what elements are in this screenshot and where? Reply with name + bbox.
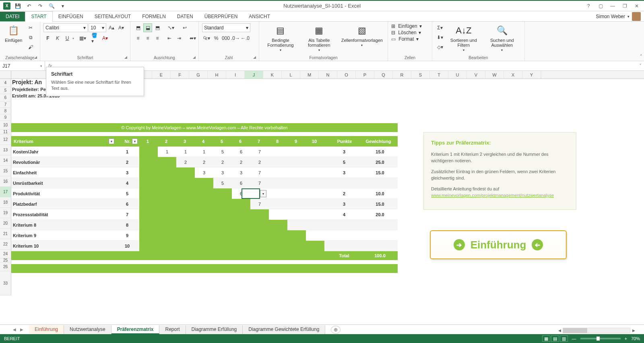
matrix-cell[interactable] (139, 209, 158, 220)
user-area[interactable]: Simon Weber ▾ (596, 12, 641, 21)
bold-button[interactable]: F (43, 34, 52, 43)
col-header-M[interactable]: M (300, 71, 319, 79)
row-header-11[interactable]: 11 (0, 130, 11, 134)
expand-formula-bar[interactable]: ˅ (637, 61, 644, 70)
row-header-33[interactable]: 33 (0, 271, 11, 295)
row-header-24[interactable]: 24 (0, 250, 11, 258)
matrix-cell[interactable] (195, 220, 213, 230)
matrix-cell[interactable] (269, 167, 287, 178)
matrix-cell[interactable] (139, 188, 158, 199)
col-header-X[interactable]: X (504, 71, 522, 79)
matrix-cell[interactable] (232, 220, 250, 230)
number-format-select[interactable]: Standard▾ (202, 23, 250, 32)
zoom-level[interactable]: 70% (631, 336, 640, 341)
matrix-cell[interactable] (269, 188, 287, 199)
sheet-tab-0[interactable]: Einführung (29, 325, 64, 334)
touch-mode-button[interactable]: 🔍 (47, 2, 56, 10)
fill-button[interactable]: ⬇▾ (436, 33, 444, 42)
sheet-tab-2[interactable]: Präferenzmatrix (111, 325, 160, 334)
matrix-cell[interactable] (250, 241, 269, 251)
increase-indent-button[interactable]: ⇥ (175, 34, 184, 43)
matrix-cell[interactable] (158, 178, 176, 188)
row-header-14[interactable]: 14 (0, 155, 11, 166)
matrix-cell[interactable] (287, 157, 306, 167)
matrix-cell[interactable] (287, 167, 306, 178)
matrix-cell[interactable] (306, 199, 324, 209)
italic-button[interactable]: K (53, 34, 62, 43)
copy-button[interactable]: ⧉ (26, 33, 35, 42)
matrix-cell[interactable]: 3 (232, 167, 250, 178)
matrix-cell[interactable] (250, 230, 269, 241)
tab-daten[interactable]: DATEN (171, 12, 199, 21)
matrix-cell[interactable] (158, 220, 176, 230)
matrix-cell[interactable] (232, 209, 250, 220)
align-middle-button[interactable]: ⬓ (143, 23, 152, 32)
matrix-cell[interactable]: 2 (232, 157, 250, 167)
redo-button[interactable]: ↷ (36, 2, 44, 10)
matrix-cell[interactable] (287, 199, 306, 209)
matrix-cell[interactable]: 1 (176, 147, 195, 157)
matrix-cell[interactable] (176, 241, 195, 251)
sheet-tab-3[interactable]: Report (159, 325, 186, 334)
col-header-L[interactable]: L (282, 71, 300, 79)
row-header-15[interactable]: 15 (0, 166, 11, 176)
matrix-cell[interactable] (195, 178, 213, 188)
matrix-cell[interactable] (269, 147, 287, 157)
matrix-cell[interactable] (306, 220, 324, 230)
matrix-cell[interactable] (287, 241, 306, 251)
scroll-right-button[interactable]: ▶ (630, 327, 637, 334)
matrix-cell[interactable]: 2 (176, 157, 195, 167)
matrix-cell[interactable]: 7 (250, 199, 269, 209)
help-button[interactable]: ? (583, 2, 594, 10)
matrix-cell[interactable] (139, 241, 158, 251)
horizontal-scrollbar[interactable]: ◀ ▶ (556, 327, 637, 334)
borders-button[interactable]: ▦▾ (78, 34, 87, 43)
matrix-cell[interactable] (195, 199, 213, 209)
close-button[interactable]: ✕ (631, 2, 642, 10)
wrap-text-button[interactable]: ↩ (180, 23, 189, 32)
row-header-7[interactable]: 7 (0, 101, 11, 108)
undo-button[interactable]: ↶ (25, 2, 33, 10)
tab-formeln[interactable]: FORMELN (136, 12, 171, 21)
fill-color-button[interactable]: 🪣▾ (91, 34, 100, 43)
align-center-button[interactable]: ≡ (143, 34, 152, 43)
filter-nr[interactable]: ▾ (132, 138, 138, 144)
matrix-cell[interactable]: 7 (250, 178, 269, 188)
percent-button[interactable]: % (212, 34, 221, 43)
row-header-25[interactable]: 25 (0, 258, 11, 262)
sheet-tab-4[interactable]: Diagramme Erfüllung (186, 325, 243, 334)
matrix-cell[interactable] (176, 167, 195, 178)
page-break-view-button[interactable]: ▥ (560, 335, 568, 342)
row-header-9[interactable]: 9 (0, 114, 11, 121)
col-header-Y[interactable]: Y (522, 71, 541, 79)
matrix-cell[interactable]: 5 (213, 147, 232, 157)
normal-view-button[interactable]: ▦ (542, 335, 550, 342)
cell-styles-button[interactable]: ▧Zellenformatvorlagen▾ (340, 23, 384, 48)
row-header-22[interactable]: 22 (0, 239, 11, 250)
align-left-button[interactable]: ≡ (134, 34, 142, 43)
tips-link[interactable]: www.meinevorlagen.com/projektmanagement/… (431, 193, 554, 198)
col-header-K[interactable]: K (263, 71, 282, 79)
matrix-cell[interactable] (306, 241, 324, 251)
matrix-cell[interactable] (139, 178, 158, 188)
align-top-button[interactable]: ⬒ (134, 23, 142, 32)
number-launcher[interactable]: ◢ (253, 55, 258, 60)
col-header-P[interactable]: P (356, 71, 374, 79)
font-launcher[interactable]: ◢ (124, 55, 129, 60)
format-as-table-button[interactable]: ▦Als Tabelle formatieren▾ (301, 23, 337, 53)
matrix-cell[interactable] (287, 209, 306, 220)
clipboard-launcher[interactable]: ◢ (34, 55, 39, 60)
matrix-cell[interactable] (176, 178, 195, 188)
col-header-J[interactable]: J (245, 71, 263, 79)
thousands-button[interactable]: 000 (221, 34, 230, 43)
matrix-cell[interactable] (269, 241, 287, 251)
autosum-button[interactable]: Σ▾ (436, 23, 444, 32)
active-cell[interactable]: ▾ (242, 188, 260, 199)
font-size-select[interactable]: 10▾ (89, 23, 106, 32)
matrix-cell[interactable] (269, 209, 287, 220)
matrix-cell[interactable]: 7 (250, 147, 269, 157)
zoom-in-button[interactable]: + (625, 336, 627, 341)
matrix-cell[interactable] (306, 157, 324, 167)
decrease-decimal-button[interactable]: ←.0 (241, 34, 250, 43)
ribbon-display-options[interactable]: ▢ (595, 2, 606, 10)
